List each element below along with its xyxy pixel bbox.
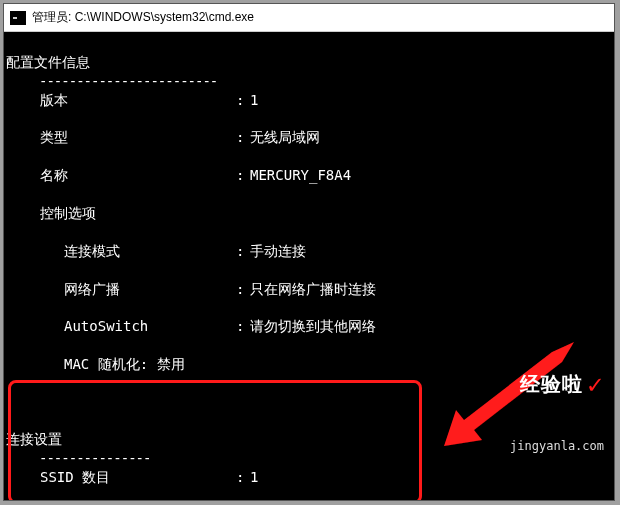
version-value: 1 (250, 91, 614, 110)
colon: : (236, 91, 250, 110)
name-label: 名称 (6, 166, 236, 185)
colon: : (236, 166, 250, 185)
config-dash: ------------------------ (6, 73, 217, 89)
titlebar-text: 管理员: C:\WINDOWS\system32\cmd.exe (32, 9, 254, 26)
config-title: 配置文件信息 (6, 54, 90, 70)
colon: : (236, 128, 250, 147)
control-label: 控制选项 (6, 204, 236, 223)
cmd-window: 管理员: C:\WINDOWS\system32\cmd.exe 配置文件信息 … (3, 3, 615, 501)
connect-title: 连接设置 (6, 431, 62, 447)
broadcast-value: 只在网络广播时连接 (250, 280, 614, 299)
type-value: 无线局域网 (250, 128, 614, 147)
broadcast-label: 网络广播 (6, 280, 236, 299)
ssid-count-label: SSID 数目 (6, 468, 236, 487)
ssid-count-value: 1 (250, 468, 614, 487)
conn-mode-label: 连接模式 (6, 242, 236, 261)
name-value: MERCURY_F8A4 (250, 166, 614, 185)
colon: : (236, 317, 250, 336)
watermark-url: jingyanla.com (510, 438, 604, 454)
connect-dash: --------------- (6, 450, 150, 466)
colon: : (236, 280, 250, 299)
colon: : (236, 468, 250, 487)
conn-mode-value: 手动连接 (250, 242, 614, 261)
version-label: 版本 (6, 91, 236, 110)
titlebar[interactable]: 管理员: C:\WINDOWS\system32\cmd.exe (4, 4, 614, 32)
console-output[interactable]: 配置文件信息 ------------------------ 版本:1 类型:… (4, 32, 614, 500)
type-label: 类型 (6, 128, 236, 147)
cmd-icon (10, 11, 26, 25)
autoswitch-label: AutoSwitch (6, 317, 236, 336)
mac-label: MAC 随机化: 禁用 (6, 355, 236, 374)
autoswitch-value: 请勿切换到其他网络 (250, 317, 614, 336)
colon: : (236, 242, 250, 261)
